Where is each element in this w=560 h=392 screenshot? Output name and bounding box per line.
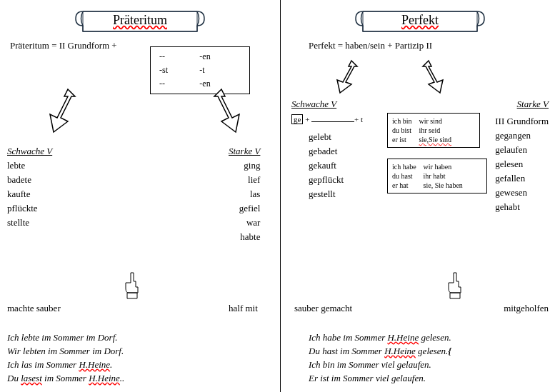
ending-cell: -t xyxy=(196,64,244,77)
starke-heading-right: Starke V xyxy=(517,99,549,110)
verb-item: gehabt xyxy=(495,201,549,213)
verb-item: badete xyxy=(7,174,52,186)
verb-item: ging xyxy=(229,160,260,171)
verb-item: gegangen xyxy=(495,130,549,141)
schwache-heading: Schwache V xyxy=(7,146,52,157)
conj-cell: ich bin xyxy=(392,116,419,126)
verb-item: gelebt xyxy=(309,131,344,143)
left-title: Präteritum xyxy=(69,6,211,34)
arrow-down-left-icon xyxy=(43,86,86,136)
verb-item: gekauft xyxy=(309,160,344,171)
right-sentences: Ich habe im Sommer H.Heine gelesen. Du h… xyxy=(309,330,451,386)
verb-item: habte xyxy=(229,231,260,243)
ending-cell: -- xyxy=(156,50,196,64)
right-formula: Perfekt = haben/sein + Partizip II xyxy=(309,40,553,51)
sentence: Wir lebten im Sommer im Dorf. xyxy=(7,346,124,357)
extra-verb-left: sauber gemacht xyxy=(294,303,352,314)
verb-item: kaufte xyxy=(7,189,52,200)
sentence: Du lasest im Sommer H.Heine.. xyxy=(7,373,124,384)
right-panel: Perfekt Perfekt = haben/sein + Partizip … xyxy=(280,0,560,392)
conj-cell: du bist xyxy=(392,126,419,135)
hand-pointing-icon xyxy=(444,271,466,300)
arrow-down-left-icon xyxy=(330,57,366,96)
conj-cell: ihr habt xyxy=(424,171,470,181)
arrow-down-right-icon xyxy=(416,57,451,96)
verb-item: gefallen xyxy=(495,173,549,184)
ending-cell: -en xyxy=(196,50,244,64)
verb-item: gebadet xyxy=(309,146,344,157)
sentence: Ich bin im Sommer viel gelaufen. xyxy=(309,359,451,371)
ending-cell: -- xyxy=(156,77,196,91)
sentence: Ich lebte im Sommer im Dorf. xyxy=(7,332,124,343)
conj-cell: wir haben xyxy=(424,162,470,171)
verb-item: lebte xyxy=(7,160,52,171)
verb-item: pflückte xyxy=(7,203,52,214)
sentence: Du hast im Sommer H.Heine gelesen.{ xyxy=(309,346,451,357)
conj-cell: ich habe xyxy=(392,162,424,171)
sentence: Ich las im Sommer H.Heine. xyxy=(7,359,124,371)
schwache-heading-right: Schwache V xyxy=(291,99,336,110)
conj-cell: ihr seid xyxy=(419,126,459,135)
verb-item: gestellt xyxy=(309,189,344,200)
left-title-banner: Präteritum xyxy=(69,6,211,34)
conj-cell: sie, Sie haben xyxy=(424,181,470,190)
verb-item: gewesen xyxy=(495,187,549,198)
right-title: Perfekt xyxy=(349,6,491,34)
verb-item: gelaufen xyxy=(495,144,549,156)
left-sentences: Ich lebte im Sommer im Dorf. Wir lebten … xyxy=(7,330,124,386)
conj-cell: sie,Sie sind xyxy=(419,135,459,144)
conj-cell: wir sind xyxy=(419,116,459,126)
conj-cell: er hat xyxy=(392,181,424,190)
verb-item: stellte xyxy=(7,217,52,228)
conj-cell: du hast xyxy=(392,171,424,181)
verb-item: war xyxy=(229,217,260,228)
right-title-banner: Perfekt xyxy=(349,6,491,34)
conj-cell: er ist xyxy=(392,135,419,144)
ending-cell: -st xyxy=(156,64,196,77)
left-panel: Präteritum Präteritum = II Grundform + -… xyxy=(0,0,280,392)
starke-subheading: III Grundform xyxy=(495,116,549,127)
arrow-down-right-icon xyxy=(207,86,250,136)
extra-verb-right: mitgeholfen xyxy=(504,303,549,314)
sentence: Ich habe im Sommer H.Heine gelesen. xyxy=(309,332,451,343)
sein-conjugation-box: ich binwir sind du bistihr seid er istsi… xyxy=(387,113,480,148)
verb-item: gepflückt xyxy=(309,174,344,186)
verb-item: las xyxy=(229,189,260,200)
verb-item: lief xyxy=(229,174,260,186)
haben-conjugation-box: ich habewir haben du hastihr habt er hat… xyxy=(387,159,487,194)
verb-item: gelesen xyxy=(495,159,549,170)
ge-formula: ge + + t xyxy=(291,114,363,124)
extra-verb-right: half mit xyxy=(229,303,258,314)
extra-verb-left: machte sauber xyxy=(7,303,61,314)
sentence: Er ist im Sommer viel gelaufen. xyxy=(309,373,451,384)
verb-item: gefiel xyxy=(229,203,260,214)
starke-heading: Starke V xyxy=(229,146,260,157)
hand-pointing-icon xyxy=(121,271,143,300)
